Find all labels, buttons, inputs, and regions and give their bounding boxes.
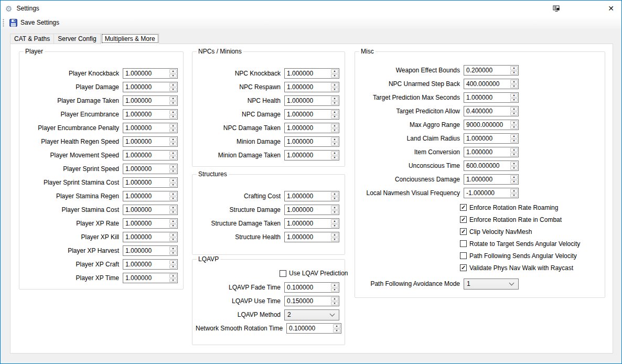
numeric-input[interactable]: 1.000000 ▲ ▼: [123, 123, 178, 133]
spin-down-icon[interactable]: ▼: [331, 142, 338, 146]
numeric-input[interactable]: 1.000000 ▲ ▼: [284, 123, 339, 133]
numeric-input[interactable]: 1.000000 ▲ ▼: [284, 191, 339, 201]
numeric-input[interactable]: 0.400000 ▲ ▼: [464, 106, 519, 116]
spin-down-icon[interactable]: ▼: [169, 251, 177, 255]
misc-checkbox[interactable]: [460, 204, 467, 211]
close-icon[interactable]: ✕: [600, 1, 621, 16]
numeric-input[interactable]: 1.000000 ▲ ▼: [123, 164, 178, 174]
spin-up-icon[interactable]: ▲: [169, 247, 177, 251]
misc-checkbox[interactable]: [460, 240, 467, 247]
spin-down-icon[interactable]: ▼: [169, 210, 177, 215]
numeric-input[interactable]: 1.000000 ▲ ▼: [123, 177, 178, 188]
numeric-input[interactable]: 1.000000 ▲ ▼: [284, 232, 339, 242]
spin-down-icon[interactable]: ▼: [331, 238, 338, 242]
spin-down-icon[interactable]: ▼: [510, 180, 518, 184]
numeric-input[interactable]: 1.000000 ▲ ▼: [464, 92, 519, 103]
spin-up-icon[interactable]: ▲: [169, 178, 177, 183]
spin-down-icon[interactable]: ▼: [331, 101, 338, 105]
spin-down-icon[interactable]: ▼: [169, 101, 177, 105]
numeric-input[interactable]: -1.000000 ▲ ▼: [464, 188, 519, 198]
spin-down-icon[interactable]: ▼: [331, 74, 338, 78]
spin-down-icon[interactable]: ▼: [331, 224, 338, 228]
spin-up-icon[interactable]: ▲: [169, 83, 177, 87]
spin-up-icon[interactable]: ▲: [333, 324, 340, 328]
save-settings-button[interactable]: Save Settings: [7, 17, 62, 28]
spin-down-icon[interactable]: ▼: [169, 129, 177, 133]
spin-up-icon[interactable]: ▲: [510, 148, 518, 152]
spin-up-icon[interactable]: ▲: [169, 192, 177, 196]
spin-up-icon[interactable]: ▲: [510, 93, 518, 98]
spin-down-icon[interactable]: ▼: [169, 88, 177, 92]
spin-down-icon[interactable]: ▼: [331, 197, 338, 201]
spin-up-icon[interactable]: ▲: [331, 110, 338, 114]
numeric-input[interactable]: 1.000000 ▲ ▼: [284, 205, 339, 215]
numeric-input[interactable]: 0.100000 ▲ ▼: [284, 282, 339, 293]
spin-down-icon[interactable]: ▼: [169, 183, 177, 187]
spin-up-icon[interactable]: ▲: [510, 66, 518, 70]
numeric-input[interactable]: 9000.000000 ▲ ▼: [464, 120, 519, 130]
spin-up-icon[interactable]: ▲: [169, 151, 177, 155]
spin-down-icon[interactable]: ▼: [331, 302, 338, 306]
spin-down-icon[interactable]: ▼: [169, 265, 177, 269]
numeric-input[interactable]: 1.000000 ▲ ▼: [123, 68, 178, 79]
spin-up-icon[interactable]: ▲: [169, 233, 177, 237]
numeric-input[interactable]: 1.000000 ▲ ▼: [284, 150, 339, 160]
spin-up-icon[interactable]: ▲: [169, 219, 177, 223]
numeric-input[interactable]: 1.000000 ▲ ▼: [284, 68, 339, 79]
spin-down-icon[interactable]: ▼: [331, 288, 338, 292]
spin-up-icon[interactable]: ▲: [331, 297, 338, 301]
numeric-input[interactable]: 1.000000 ▲ ▼: [123, 205, 178, 215]
tab-multipliers-more[interactable]: Multipliers & More: [101, 33, 159, 44]
spin-down-icon[interactable]: ▼: [510, 139, 518, 143]
spin-down-icon[interactable]: ▼: [169, 169, 177, 174]
spin-down-icon[interactable]: ▼: [331, 129, 338, 133]
spin-up-icon[interactable]: ▲: [331, 206, 338, 210]
misc-checkbox[interactable]: [460, 216, 467, 223]
spin-up-icon[interactable]: ▲: [169, 110, 177, 114]
spin-up-icon[interactable]: ▲: [331, 233, 338, 237]
numeric-input[interactable]: 1.000000 ▲ ▼: [123, 273, 178, 283]
spin-up-icon[interactable]: ▲: [169, 69, 177, 73]
spin-up-icon[interactable]: ▲: [510, 121, 518, 125]
spin-up-icon[interactable]: ▲: [169, 97, 177, 101]
spin-down-icon[interactable]: ▼: [333, 329, 340, 333]
monitor-icon[interactable]: [549, 2, 564, 15]
numeric-input[interactable]: 1.000000 ▲ ▼: [284, 95, 339, 106]
use-lqav-prediction-checkbox[interactable]: [280, 270, 286, 277]
spin-down-icon[interactable]: ▼: [510, 71, 518, 75]
spin-down-icon[interactable]: ▼: [169, 142, 177, 146]
spin-up-icon[interactable]: ▲: [510, 134, 518, 138]
path-following-avoidance-mode-select[interactable]: 1: [464, 279, 519, 290]
spin-down-icon[interactable]: ▼: [169, 238, 177, 242]
spin-down-icon[interactable]: ▼: [169, 115, 177, 119]
numeric-input[interactable]: 1.000000 ▲ ▼: [123, 109, 178, 120]
numeric-input[interactable]: 600.000000 ▲ ▼: [464, 160, 519, 171]
spin-down-icon[interactable]: ▼: [169, 197, 177, 201]
spin-down-icon[interactable]: ▼: [331, 88, 338, 92]
spin-up-icon[interactable]: ▲: [331, 283, 338, 287]
spin-up-icon[interactable]: ▲: [510, 175, 518, 179]
spin-up-icon[interactable]: ▲: [510, 107, 518, 111]
spin-up-icon[interactable]: ▲: [169, 260, 177, 264]
spin-up-icon[interactable]: ▲: [169, 165, 177, 169]
tab-server-config[interactable]: Server Config: [54, 34, 100, 44]
numeric-input[interactable]: 1.000000 ▲ ▼: [284, 109, 339, 120]
spin-up-icon[interactable]: ▲: [331, 151, 338, 155]
lqavp-method-select[interactable]: 2: [284, 309, 339, 320]
spin-up-icon[interactable]: ▲: [331, 219, 338, 223]
numeric-input[interactable]: 1.000000 ▲ ▼: [123, 82, 178, 92]
spin-down-icon[interactable]: ▼: [169, 224, 177, 228]
spin-up-icon[interactable]: ▲: [510, 80, 518, 84]
numeric-input[interactable]: 0.200000 ▲ ▼: [464, 65, 519, 76]
tab-cat-paths[interactable]: CAT & Paths: [10, 34, 54, 44]
spin-down-icon[interactable]: ▼: [331, 115, 338, 119]
spin-down-icon[interactable]: ▼: [331, 210, 338, 215]
spin-down-icon[interactable]: ▼: [331, 156, 338, 160]
numeric-input[interactable]: 1.000000 ▲ ▼: [464, 147, 519, 157]
spin-up-icon[interactable]: ▲: [169, 274, 177, 278]
numeric-input[interactable]: 1.000000 ▲ ▼: [123, 136, 178, 147]
spin-up-icon[interactable]: ▲: [510, 189, 518, 193]
spin-up-icon[interactable]: ▲: [331, 69, 338, 73]
spin-down-icon[interactable]: ▼: [169, 279, 177, 283]
spin-up-icon[interactable]: ▲: [169, 137, 177, 142]
